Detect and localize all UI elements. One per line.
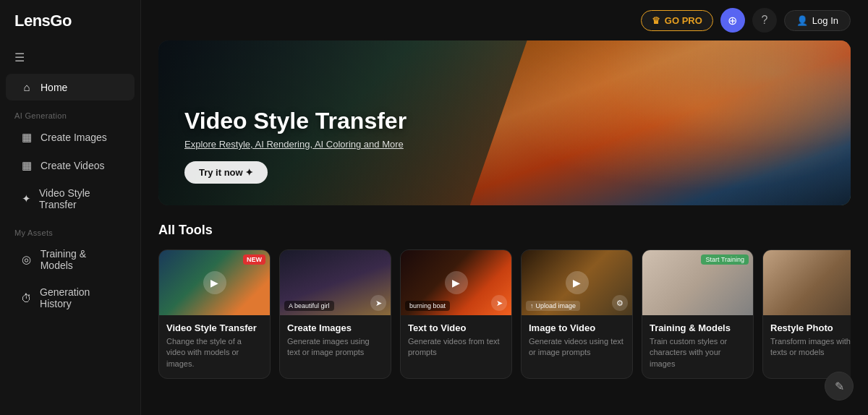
upload-icon: ↑ xyxy=(530,302,534,309)
badge-training: Start Training xyxy=(701,254,749,265)
home-icon: ⌂ xyxy=(20,81,33,93)
tool-info-ci: Create Images Generate images using text… xyxy=(280,315,391,367)
tool-title-ci: Create Images xyxy=(287,322,383,333)
hero-content: Video Style Transfer Explore Restyle, AI… xyxy=(184,108,407,184)
badge-prompt-ttv: burning boat xyxy=(405,301,450,311)
badge-upload-itv: ↑ Upload image xyxy=(526,301,580,311)
sidebar-item-label: Create Videos xyxy=(41,160,104,171)
tool-title-tam: Training & Models xyxy=(650,322,746,333)
tool-info-ttv: Text to Video Generate videos from text … xyxy=(401,315,511,367)
sidebar-item-label: Training & Models xyxy=(41,248,120,271)
sidebar-section-my-assets: My Assets xyxy=(0,218,140,240)
play-icon-itv: ▶ xyxy=(566,271,589,294)
tool-thumb-ci: A beautiful girl ➤ xyxy=(280,250,391,315)
play-icon-ttv: ▶ xyxy=(445,271,468,294)
sidebar-item-label: Video Style Transfer xyxy=(39,187,120,210)
tool-desc-rp: Transform images with texts or models xyxy=(770,336,851,359)
gopro-button[interactable]: ♛ GO PRO xyxy=(641,10,713,31)
vst-icon: ✦ xyxy=(20,192,32,205)
tool-info-vst: Video Style Transfer Change the style of… xyxy=(159,315,270,378)
badge-prompt-ci: A beautiful girl xyxy=(284,301,334,311)
tool-thumb-vst: ▶ NEW xyxy=(159,250,270,315)
sidebar-item-home[interactable]: ⌂ Home xyxy=(6,74,135,100)
tool-card-tam[interactable]: Start Training Training & Models Train c… xyxy=(642,249,754,379)
sidebar-nav: ⌂ Home AI Generation ▦ Create Images ▦ C… xyxy=(0,73,140,317)
sidebar-item-generation-history[interactable]: ⏱ Generation History xyxy=(6,279,135,317)
sidebar-item-label: Home xyxy=(41,82,67,93)
tool-card-rp[interactable]: Restyle Photo Transform images with text… xyxy=(762,249,851,379)
discord-button[interactable]: ⊕ xyxy=(720,8,745,33)
hero-cta-button[interactable]: Try it now ✦ xyxy=(184,161,268,184)
sidebar-item-training-models[interactable]: ◎ Training & Models xyxy=(6,241,135,278)
training-icon: ◎ xyxy=(20,253,33,266)
tool-desc-ttv: Generate videos from text prompts xyxy=(408,336,504,359)
user-icon: 👤 xyxy=(796,15,808,26)
help-button[interactable]: ? xyxy=(752,8,777,33)
tool-desc-itv: Generate videos using text or image prom… xyxy=(529,336,625,359)
sidebar-section-ai-generation: AI Generation xyxy=(0,101,140,123)
hamburger-icon: ☰ xyxy=(14,51,25,64)
main-area: ♛ GO PRO ⊕ ? 👤 Log In Video Style Transf… xyxy=(141,0,868,415)
tool-card-ci[interactable]: A beautiful girl ➤ Create Images Generat… xyxy=(279,249,391,379)
tool-title-rp: Restyle Photo xyxy=(770,322,851,333)
sidebar: LensGo ☰ ⌂ Home AI Generation ▦ Create I… xyxy=(0,0,141,415)
hero-subtitle: Explore Restyle, AI Rendering, AI Colori… xyxy=(184,139,407,150)
tool-desc-ci: Generate images using text or image prom… xyxy=(287,336,383,359)
send-icon-itv: ⚙ xyxy=(612,295,628,311)
send-icon-ci: ➤ xyxy=(370,295,386,311)
tool-title-ttv: Text to Video xyxy=(408,322,504,333)
tool-title-itv: Image to Video xyxy=(529,322,625,333)
discord-icon: ⊕ xyxy=(728,14,737,27)
tool-card-ttv[interactable]: ▶ burning boat ➤ Text to Video Generate … xyxy=(400,249,512,379)
hero-title: Video Style Transfer xyxy=(184,108,407,134)
tools-grid: ▶ NEW Video Style Transfer Change the st… xyxy=(158,249,851,379)
tool-info-itv: Image to Video Generate videos using tex… xyxy=(522,315,632,367)
badge-new: NEW xyxy=(243,254,265,265)
history-icon: ⏱ xyxy=(20,292,33,304)
sidebar-item-create-images[interactable]: ▦ Create Images xyxy=(6,124,135,151)
sidebar-item-create-videos[interactable]: ▦ Create Videos xyxy=(6,152,135,179)
tool-thumb-rp xyxy=(763,250,851,315)
fab-button[interactable]: ✎ xyxy=(825,372,854,401)
hero-cta-label: Try it now ✦ xyxy=(199,167,253,178)
help-icon: ? xyxy=(761,14,767,27)
tool-thumb-tam: Start Training xyxy=(642,250,753,315)
login-button[interactable]: 👤 Log In xyxy=(784,10,851,31)
hamburger-button[interactable]: ☰ xyxy=(0,42,140,73)
create-videos-icon: ▦ xyxy=(20,159,33,172)
tool-thumb-ttv: ▶ burning boat ➤ xyxy=(401,250,511,315)
tool-thumb-itv: ▶ ↑ Upload image ⚙ xyxy=(522,250,632,315)
content-area: Video Style Transfer Explore Restyle, AI… xyxy=(141,40,868,415)
play-icon-vst: ▶ xyxy=(203,271,226,294)
logo: LensGo xyxy=(0,0,140,42)
tool-info-rp: Restyle Photo Transform images with text… xyxy=(763,315,851,367)
sidebar-item-label: Generation History xyxy=(40,286,120,309)
sidebar-item-video-style-transfer[interactable]: ✦ Video Style Transfer xyxy=(6,180,135,218)
hero-banner[interactable]: Video Style Transfer Explore Restyle, AI… xyxy=(158,40,851,205)
tool-desc-vst: Change the style of a video with models … xyxy=(166,336,263,369)
send-icon-ttv: ➤ xyxy=(491,295,507,311)
tool-title-vst: Video Style Transfer xyxy=(166,322,263,333)
sidebar-item-label: Create Images xyxy=(41,132,107,143)
fab-icon: ✎ xyxy=(835,380,844,393)
topbar: ♛ GO PRO ⊕ ? 👤 Log In xyxy=(141,0,868,40)
create-images-icon: ▦ xyxy=(20,131,33,144)
tool-card-vst[interactable]: ▶ NEW Video Style Transfer Change the st… xyxy=(158,249,271,379)
crown-icon: ♛ xyxy=(652,15,660,26)
all-tools-title: All Tools xyxy=(158,223,851,238)
tool-info-tam: Training & Models Train custom styles or… xyxy=(642,315,753,378)
tool-desc-tam: Train custom styles or characters with y… xyxy=(650,336,746,369)
gopro-label: GO PRO xyxy=(665,15,702,26)
brand-name: LensGo xyxy=(14,12,72,30)
tool-card-itv[interactable]: ▶ ↑ Upload image ⚙ Image to Video Genera… xyxy=(521,249,633,379)
login-label: Log In xyxy=(812,15,838,26)
